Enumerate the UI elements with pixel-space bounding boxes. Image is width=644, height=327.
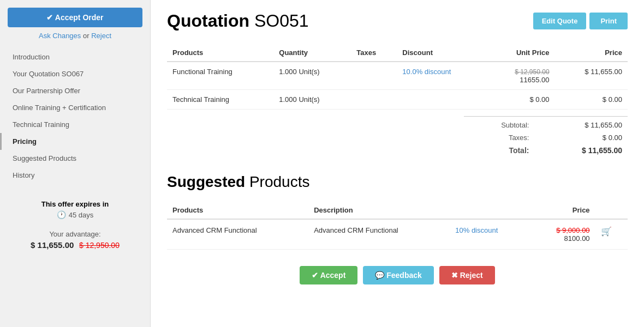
product-row-1: Technical Training 1.000 Unit(s) $ 0.00 … (167, 90, 628, 110)
print-button[interactable]: Print (589, 13, 628, 29)
sidebar: ✔ Accept Order Ask Changes or Reject Int… (0, 0, 151, 327)
product-row-0: Functional Training 1.000 Unit(s) 10.0% … (167, 62, 628, 90)
sug-col-description: Description (308, 202, 450, 219)
sidebar-item-suggested-products[interactable]: Suggested Products (0, 150, 150, 167)
total-label: Total: (464, 144, 534, 157)
totals-table: Subtotal: $ 11,655.00 Taxes: $ 0.00 Tota… (464, 116, 628, 157)
accept-button[interactable]: ✔ Accept (300, 266, 357, 284)
sug-col-price: Price (529, 202, 595, 219)
edit-quote-button[interactable]: Edit Quote (533, 13, 587, 29)
product-name: Functional Training (167, 62, 273, 90)
cart-icon[interactable]: 🛒 (601, 227, 612, 236)
subtotal-value: $ 11,655.00 (534, 117, 628, 132)
sug-price-cell: $ 9,000.00 8100.00 (529, 219, 595, 250)
discount-cell: 10.0% discount (397, 62, 486, 90)
product-quantity: 1.000 Unit(s) (273, 90, 351, 110)
sug-col-products: Products (167, 202, 308, 219)
feedback-button[interactable]: 💬 Feedback (363, 266, 433, 284)
sug-cart-cell[interactable]: 🛒 (595, 219, 628, 250)
sidebar-advantage: Your advantage: (0, 230, 150, 238)
col-quantity: Quantity (273, 44, 351, 62)
action-buttons: ✔ Accept 💬 Feedback ✖ Reject (167, 266, 628, 284)
sidebar-item-technical-training[interactable]: Technical Training (0, 116, 150, 133)
ask-changes-link[interactable]: Ask Changes (39, 32, 81, 40)
suggested-row-0: Advanced CRM Functional Advanced CRM Fun… (167, 219, 628, 250)
col-discount: Discount (397, 44, 486, 62)
subtotal-label: Subtotal: (464, 117, 534, 132)
main-content: Quotation SO051 Edit Quote Print Product… (151, 0, 644, 327)
product-name: Technical Training (167, 90, 273, 110)
suggested-products-table: Products Description Price Advanced CRM … (167, 202, 628, 250)
sidebar-old-price: $ 12,950.00 (79, 241, 120, 250)
col-price: Price (555, 44, 628, 62)
sidebar-item-online-training[interactable]: Online Training + Certification (0, 99, 150, 116)
products-table: Products Quantity Taxes Discount Unit Pr… (167, 44, 628, 110)
product-taxes (351, 62, 397, 90)
taxes-value: $ 0.00 (534, 131, 628, 144)
sug-product-name: Advanced CRM Functional (167, 219, 308, 250)
col-unit-price: Unit Price (486, 44, 554, 62)
sidebar-item-history[interactable]: History (0, 167, 150, 184)
reject-button[interactable]: ✖ Reject (439, 266, 495, 284)
sidebar-prices: $ 11,655.00 $ 12,950.00 (0, 240, 150, 250)
sidebar-actions: Ask Changes or Reject (0, 32, 150, 40)
unit-price-cell: $ 12,950.0011655.00 (486, 62, 554, 90)
header-buttons: Edit Quote Print (533, 13, 628, 29)
product-quantity: 1.000 Unit(s) (273, 62, 351, 90)
or-text: or (83, 32, 90, 40)
unit-price-cell: $ 0.00 (486, 90, 554, 110)
product-taxes (351, 90, 397, 110)
sidebar-current-price: $ 11,655.00 (31, 240, 74, 250)
sug-col-action (595, 202, 628, 219)
col-taxes: Taxes (351, 44, 397, 62)
sug-product-description: Advanced CRM Functional (308, 219, 450, 250)
main-header: Quotation SO051 Edit Quote Print (167, 11, 628, 31)
suggested-products-title: Suggested Products (167, 173, 628, 191)
sug-discount-cell: 10% discount (450, 219, 529, 250)
accept-order-button[interactable]: ✔ Accept Order (8, 8, 142, 27)
sidebar-item-pricing[interactable]: Pricing (0, 133, 150, 150)
product-price: $ 11,655.00 (555, 62, 628, 90)
clock-icon: 🕐 (57, 210, 66, 219)
sug-col-discount (450, 202, 529, 219)
sidebar-expiry: This offer expires in 🕐 45 days (0, 195, 150, 225)
reject-link[interactable]: Reject (91, 32, 111, 40)
discount-cell (397, 90, 486, 110)
product-price: $ 0.00 (555, 90, 628, 110)
col-products: Products (167, 44, 273, 62)
sidebar-item-your-quotation[interactable]: Your Quotation SO067 (0, 65, 150, 82)
quotation-title: Quotation SO051 (167, 11, 309, 31)
sidebar-navigation: IntroductionYour Quotation SO067Our Part… (0, 49, 150, 184)
total-value: $ 11,655.00 (534, 144, 628, 157)
expiry-title: This offer expires in (11, 200, 139, 208)
expiry-days: 🕐 45 days (11, 210, 139, 219)
taxes-label: Taxes: (464, 131, 534, 144)
sidebar-item-introduction[interactable]: Introduction (0, 49, 150, 65)
sidebar-item-our-partnership[interactable]: Our Partnership Offer (0, 82, 150, 99)
totals-section: Subtotal: $ 11,655.00 Taxes: $ 0.00 Tota… (167, 116, 628, 157)
